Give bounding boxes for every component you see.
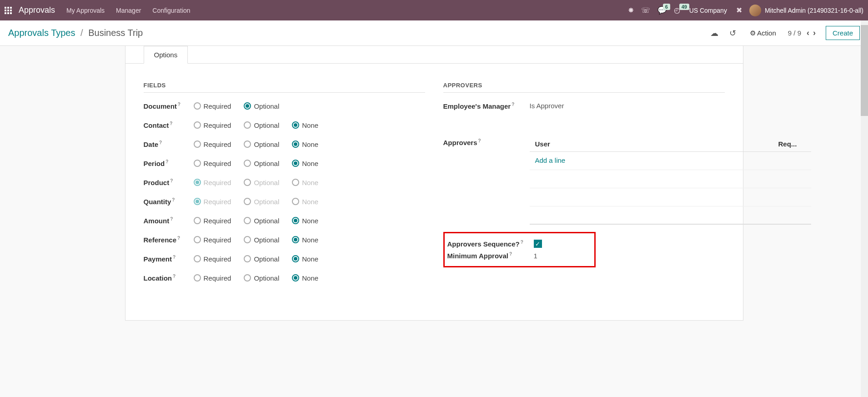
radio-none[interactable]: None <box>292 121 318 129</box>
menu-my-approvals[interactable]: My Approvals <box>66 7 105 14</box>
radio-optional: Optional <box>244 179 279 186</box>
radio-label: Optional <box>254 198 279 206</box>
approvers-sequence-checkbox[interactable]: ✓ <box>534 240 542 248</box>
help-icon[interactable]: ? <box>173 274 176 279</box>
breadcrumb-root[interactable]: Approvals Types <box>8 28 75 38</box>
undo-icon[interactable]: ↺ <box>729 28 736 38</box>
scrollbar[interactable] <box>861 20 868 321</box>
radio-none[interactable]: None <box>292 274 318 282</box>
help-icon[interactable]: ? <box>170 178 173 183</box>
help-icon[interactable]: ? <box>478 138 481 143</box>
help-icon[interactable]: ? <box>173 255 176 260</box>
radio-required[interactable]: Required <box>194 121 231 129</box>
radio-label: Required <box>204 217 231 225</box>
radio-required[interactable]: Required <box>194 274 231 282</box>
radio-label: Required <box>204 255 231 263</box>
radio-none: None <box>292 179 318 186</box>
radio-optional[interactable]: Optional <box>244 255 279 263</box>
radio-icon <box>244 236 251 243</box>
radio-required[interactable]: Required <box>194 217 231 225</box>
minimum-approval-value[interactable]: 1 <box>534 252 537 260</box>
clock-badge: 49 <box>679 4 689 10</box>
field-label: Location? <box>144 274 194 282</box>
radio-optional[interactable]: Optional <box>244 160 279 167</box>
pager-prev[interactable]: ‹ <box>807 28 809 38</box>
help-icon[interactable]: ? <box>177 236 180 241</box>
radio-label: None <box>302 179 318 186</box>
radio-required: Required <box>194 198 231 206</box>
pager-text[interactable]: 9 / 9 <box>788 29 801 37</box>
radio-optional[interactable]: Optional <box>244 274 279 282</box>
radio-required[interactable]: Required <box>194 236 231 244</box>
employees-manager-value[interactable]: Is Approver <box>530 102 725 110</box>
clock-icon[interactable]: ◴49 <box>674 6 680 15</box>
radio-label: None <box>302 274 318 282</box>
radio-label: Optional <box>254 102 279 110</box>
help-icon[interactable]: ? <box>170 216 173 221</box>
phone-icon[interactable]: ☏ <box>641 6 650 15</box>
radio-icon <box>194 217 201 224</box>
radio-optional[interactable]: Optional <box>244 141 279 148</box>
tab-options[interactable]: Options <box>144 46 188 64</box>
minimum-approval-label: Minimum Approval? <box>447 251 534 260</box>
help-icon[interactable]: ? <box>166 159 168 164</box>
radio-optional[interactable]: Optional <box>244 236 279 244</box>
radio-label: Optional <box>254 255 279 263</box>
radio-icon <box>194 121 201 129</box>
pager-next[interactable]: › <box>813 28 816 38</box>
help-icon[interactable]: ? <box>521 240 523 245</box>
scrollbar-thumb[interactable] <box>861 25 868 116</box>
action-dropdown[interactable]: ⚙ Action <box>750 29 776 37</box>
chat-badge: 6 <box>663 4 670 10</box>
radio-icon <box>292 217 299 224</box>
app-brand[interactable]: Approvals <box>19 5 55 15</box>
radio-icon <box>244 102 251 110</box>
create-button[interactable]: Create <box>826 26 860 40</box>
radio-none[interactable]: None <box>292 236 318 244</box>
help-icon[interactable]: ? <box>170 121 172 126</box>
approvers-table: User Req... Add a line <box>530 136 811 225</box>
radio-none[interactable]: None <box>292 160 318 167</box>
radio-optional[interactable]: Optional <box>244 102 279 110</box>
radio-none[interactable]: None <box>292 141 318 148</box>
field-row-product: Product?RequiredOptionalNone <box>144 178 425 186</box>
field-row-document: Document?RequiredOptional <box>144 102 425 110</box>
add-a-line[interactable]: Add a line <box>535 156 566 165</box>
cloud-upload-icon[interactable]: ☁ <box>710 28 718 38</box>
radio-required[interactable]: Required <box>194 102 231 110</box>
help-icon[interactable]: ? <box>172 197 175 202</box>
radio-icon <box>292 160 299 167</box>
radio-required[interactable]: Required <box>194 255 231 263</box>
radio-optional[interactable]: Optional <box>244 121 279 129</box>
radio-label: Required <box>204 141 231 148</box>
radio-icon <box>292 236 299 243</box>
radio-none[interactable]: None <box>292 217 318 225</box>
radio-optional[interactable]: Optional <box>244 217 279 225</box>
apps-icon[interactable] <box>5 7 12 14</box>
help-icon[interactable]: ? <box>178 102 181 107</box>
company-selector[interactable]: US Company <box>689 7 727 14</box>
field-row-payment: Payment?RequiredOptionalNone <box>144 255 425 263</box>
help-icon[interactable]: ? <box>509 251 512 256</box>
menu-manager[interactable]: Manager <box>116 7 141 14</box>
breadcrumb-current: Business Trip <box>88 28 143 38</box>
radio-none[interactable]: None <box>292 255 318 263</box>
radio-required: Required <box>194 179 231 186</box>
radio-icon <box>292 121 299 129</box>
menu-configuration[interactable]: Configuration <box>152 7 190 14</box>
help-icon[interactable]: ? <box>159 140 162 145</box>
radio-label: Optional <box>254 179 279 186</box>
bug-icon[interactable]: ✸ <box>628 6 634 15</box>
tools-icon[interactable]: ✖ <box>736 6 742 15</box>
help-icon[interactable]: ? <box>512 102 514 107</box>
radio-required[interactable]: Required <box>194 141 231 148</box>
chat-icon[interactable]: 💬6 <box>657 6 667 15</box>
radio-icon <box>194 274 201 281</box>
radio-required[interactable]: Required <box>194 160 231 167</box>
table-row: Add a line <box>530 152 811 170</box>
user-avatar[interactable] <box>749 5 761 16</box>
user-name[interactable]: Mitchell Admin (21490321-16-0-all) <box>765 7 863 14</box>
table-row <box>530 206 811 225</box>
employees-manager-label: Employee's Manager? <box>443 102 530 110</box>
radio-label: Required <box>204 236 231 244</box>
